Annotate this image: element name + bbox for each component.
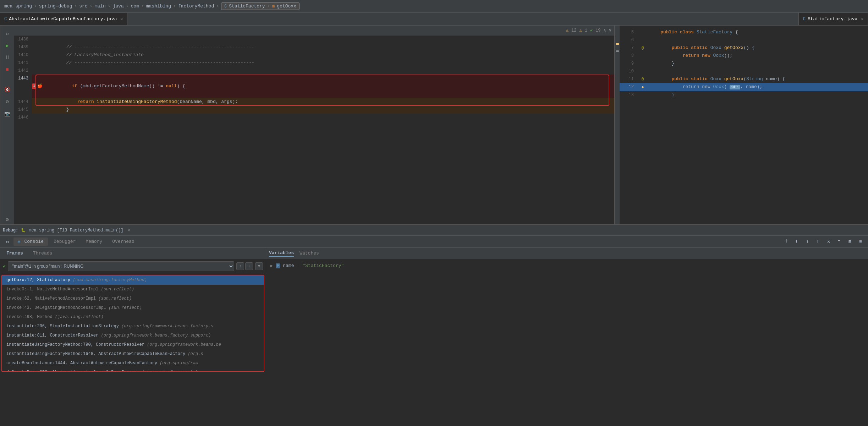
right-code-area[interactable]: 5 public class StaticFactory { 6 7 @ pub… bbox=[620, 26, 868, 224]
scroll-marker-gray bbox=[616, 50, 619, 52]
tab-right-label: StaticFactory.java bbox=[808, 16, 857, 22]
breadcrumb-item-6[interactable]: com bbox=[131, 4, 139, 9]
debug-frame-tabs: Frames Threads bbox=[0, 248, 266, 259]
breadcrumb: mca_spring › spring-debug › src › main ›… bbox=[0, 0, 868, 13]
thread-selector-row: ✔ "main"@1 in group "main": RUNNING ↑ ↓ … bbox=[3, 261, 263, 271]
debug-session-icon: 🐛 bbox=[21, 228, 26, 233]
pause-btn[interactable]: ⏸ bbox=[2, 53, 12, 62]
breadcrumb-item-5[interactable]: java bbox=[113, 4, 124, 9]
frame-item-8[interactable]: instantiateUsingFactoryMethod:1648, Abst… bbox=[2, 349, 264, 359]
var-value: "StaticFactory" bbox=[302, 263, 344, 268]
frame-label-9: createBeanInstance:1444, AbstractAutowir… bbox=[6, 361, 160, 366]
right-line-6: 6 bbox=[620, 36, 868, 44]
variables-tab[interactable]: Variables bbox=[269, 250, 294, 257]
camera-icon[interactable]: 📷 bbox=[2, 109, 12, 119]
editor-left-toolbar: ⚠ 12 ⚠ 1 ✔ 19 ∧ ∨ bbox=[14, 26, 614, 36]
vars-tabs: Variables Watches bbox=[266, 248, 868, 259]
settings-icon[interactable]: ⚙ bbox=[2, 97, 12, 106]
frame-item-5[interactable]: instantiate:206, SimpleInstantiationStra… bbox=[2, 322, 264, 331]
warning-icon: ⚠ bbox=[566, 28, 568, 33]
step-into-btn[interactable]: ⬇ bbox=[792, 237, 801, 246]
frame-label-3: invoke:43, DelegatingMethodAccessorImpl bbox=[6, 305, 109, 310]
breadcrumb-sep: › bbox=[34, 4, 37, 9]
vars-content: ▶ P name = "StaticFactory" bbox=[266, 259, 868, 373]
breadcrumb-sep-2: › bbox=[74, 4, 77, 9]
left-scrollbar[interactable] bbox=[615, 26, 620, 224]
code-line-1438: 1438 bbox=[14, 36, 614, 43]
frame-item-6[interactable]: instantiate:811, ConstructorResolver (or… bbox=[2, 331, 264, 340]
breadcrumb-item-4[interactable]: main bbox=[94, 4, 105, 9]
left-code-area[interactable]: 1438 1439 // ---------------------------… bbox=[14, 36, 614, 224]
frame-label-2: invoke:62, NativeMethodAccessorImpl bbox=[6, 296, 98, 301]
down-arrow-icon[interactable]: ∨ bbox=[609, 28, 611, 33]
breadcrumb-item-1[interactable]: mca_spring bbox=[4, 4, 32, 9]
run-cursor-btn[interactable]: ⬆ bbox=[813, 237, 823, 246]
frame-item-9[interactable]: createBeanInstance:1444, AbstractAutowir… bbox=[2, 359, 264, 368]
frame-item-3[interactable]: invoke:43, DelegatingMethodAccessorImpl … bbox=[2, 303, 264, 312]
right-line-12: 12 ● return new Ooxx( id:1, name); bbox=[620, 83, 868, 91]
breadcrumb-highlight: C StaticFactory › m getOoxx bbox=[221, 2, 300, 10]
restart-debug-btn[interactable]: ↻ bbox=[3, 237, 12, 246]
debug-arrow-icon: ● bbox=[641, 83, 644, 91]
breadcrumb-item-8[interactable]: factoryMethod bbox=[178, 4, 214, 9]
frame-item-7[interactable]: instantiateUsingFactoryMethod:790, Const… bbox=[2, 340, 264, 349]
frame-item-10[interactable]: doCreateBean:653, AbstractAutowireCapabl… bbox=[2, 368, 264, 372]
breadcrumb-item-3[interactable]: src bbox=[79, 4, 87, 9]
thread-select-dropdown[interactable]: "main"@1 in group "main": RUNNING bbox=[8, 261, 234, 271]
frame-label-1: invoke0:-1, NativeMethodAccessorImpl bbox=[6, 287, 101, 292]
debug-tab-memory[interactable]: Memory bbox=[81, 237, 106, 246]
frames-layout-btn[interactable]: ⊞ bbox=[845, 237, 855, 246]
tab-spacer bbox=[127, 13, 798, 25]
breadcrumb-method[interactable]: getOoxx bbox=[277, 4, 296, 9]
mute-btn[interactable]: 🔇 bbox=[2, 84, 12, 94]
thread-down-btn[interactable]: ↓ bbox=[245, 262, 253, 270]
thread-filter-btn[interactable]: ▼ bbox=[255, 262, 263, 270]
up-arrow-icon[interactable]: ∧ bbox=[604, 28, 606, 33]
ok-count: 19 bbox=[595, 28, 600, 33]
tab-left[interactable]: C AbstractAutowireCapableBeanFactory.jav… bbox=[0, 13, 127, 25]
frames-tab[interactable]: Frames bbox=[3, 250, 27, 257]
frame-item-1[interactable]: invoke0:-1, NativeMethodAccessorImpl (su… bbox=[2, 285, 264, 294]
frame-item-2[interactable]: invoke:62, NativeMethodAccessorImpl (sun… bbox=[2, 294, 264, 303]
debug-tab-debugger[interactable]: Debugger bbox=[49, 237, 80, 246]
vars-layout-btn[interactable]: ≡ bbox=[856, 237, 865, 246]
frame-label-0: getOoxx:12, StaticFactory bbox=[6, 278, 73, 283]
debug-tab-console[interactable]: ▤ Console bbox=[13, 237, 48, 246]
right-line-8: 8 return new Ooxx(); bbox=[620, 52, 868, 60]
step-back-btn[interactable]: ↰ bbox=[835, 237, 844, 246]
frames-list-box: getOoxx:12, StaticFactory (com.mashibing… bbox=[1, 275, 264, 372]
stop-btn[interactable]: ■ bbox=[2, 65, 12, 75]
debug-panel: Debug: 🐛 mca_spring [T13_FactoryMethod.m… bbox=[0, 224, 868, 373]
watches-tab[interactable]: Watches bbox=[300, 250, 319, 257]
frames-list[interactable]: getOoxx:12, StaticFactory (com.mashibing… bbox=[2, 275, 264, 372]
frame-label-6: instantiate:811, ConstructorResolver bbox=[6, 333, 101, 338]
step-out-btn[interactable]: ⬆ bbox=[803, 237, 812, 246]
editor-left: ⚠ 12 ⚠ 1 ✔ 19 ∧ ∨ 1438 1439 // ---------… bbox=[14, 26, 615, 224]
code-line-1441: 1441 // --------------------------------… bbox=[14, 59, 614, 67]
eval-btn[interactable]: ✕ bbox=[824, 237, 833, 246]
scroll-marker-yellow bbox=[616, 43, 619, 45]
breadcrumb-item-2[interactable]: spring-debug bbox=[39, 4, 72, 9]
step-over-btn[interactable]: ⤴ bbox=[781, 237, 791, 246]
frame-item-0[interactable]: getOoxx:12, StaticFactory (com.mashibing… bbox=[2, 275, 264, 285]
resume-btn[interactable]: ▶ bbox=[2, 40, 12, 50]
var-expand-arrow[interactable]: ▶ bbox=[270, 263, 273, 268]
code-line-1443: 1443 1 🍎 if (mbd.getFactoryMethodName() … bbox=[14, 75, 614, 98]
debug-close-icon[interactable]: ✕ bbox=[128, 228, 130, 233]
gear-icon[interactable]: ⚙ bbox=[2, 214, 12, 224]
debug-title: Debug: bbox=[3, 228, 18, 233]
var-row-name: ▶ P name = "StaticFactory" bbox=[269, 262, 865, 269]
breadcrumb-sep-8: › bbox=[216, 4, 219, 9]
threads-tab[interactable]: Threads bbox=[29, 250, 56, 257]
breadcrumb-class[interactable]: StaticFactory bbox=[229, 4, 265, 9]
run-btn[interactable]: ↻ bbox=[2, 28, 12, 38]
tab-right[interactable]: C StaticFactory.java ✕ bbox=[798, 13, 868, 25]
breadcrumb-sep-7: › bbox=[173, 4, 176, 9]
debug-tab-overhead[interactable]: Overhead bbox=[108, 237, 138, 246]
tab-left-close[interactable]: ✕ bbox=[120, 17, 123, 21]
breadcrumb-item-7[interactable]: mashibing bbox=[146, 4, 171, 9]
frame-item-4[interactable]: invoke:498, Method (java.lang.reflect) bbox=[2, 312, 264, 322]
breadcrumb-sep-9: › bbox=[267, 4, 270, 9]
thread-up-btn[interactable]: ↑ bbox=[236, 262, 244, 270]
tab-right-close[interactable]: ✕ bbox=[861, 17, 863, 21]
